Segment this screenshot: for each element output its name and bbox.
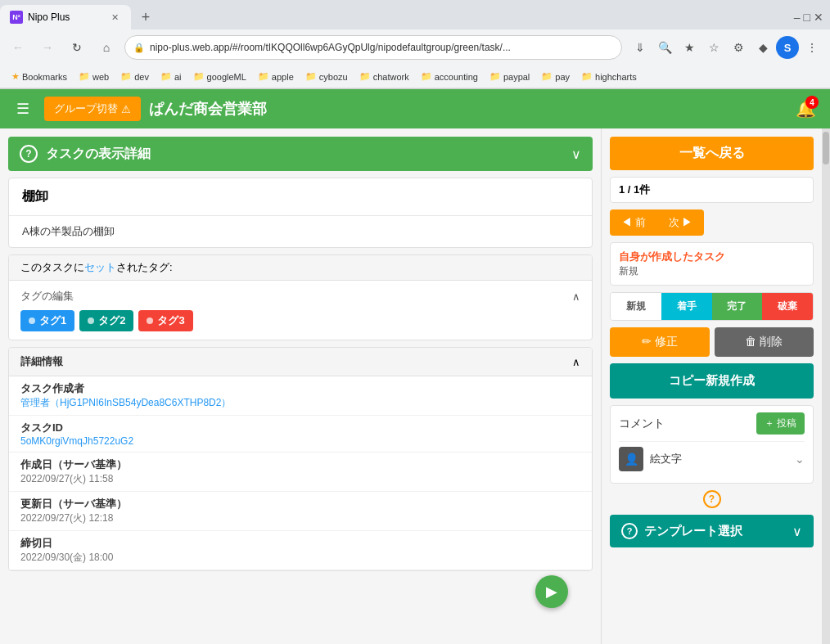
template-chevron-icon[interactable]: ∨ xyxy=(792,524,802,539)
active-tab[interactable]: N² Nipo Plus ✕ xyxy=(0,5,131,29)
address-bar-row: ← → ↻ ⌂ 🔒 nipo-plus.web.app/#/room/tIKQQ… xyxy=(0,29,830,65)
bookmark-googleml[interactable]: 📁 googleML xyxy=(188,70,251,83)
toolbar-icons: ⇓ 🔍 ★ ☆ ⚙ ◆ S ⋮ xyxy=(629,36,823,59)
download-icon[interactable]: ⇓ xyxy=(629,36,652,59)
bookmark-highcharts[interactable]: 📁 highcharts xyxy=(576,70,642,83)
new-tab-button[interactable]: + xyxy=(134,6,157,29)
details-section: 詳細情報 ∧ タスク作成者 管理者（HjG1PNI6InSB54yDea8C6X… xyxy=(8,347,593,571)
zoom-icon[interactable]: 🔍 xyxy=(653,36,676,59)
bookmark-dev[interactable]: 📁 dev xyxy=(115,70,154,83)
group-switch-button[interactable]: グループ切替 ⚠ xyxy=(44,97,141,121)
tag-item-1[interactable]: タグ1 xyxy=(20,310,74,331)
bookmark-apple[interactable]: 📁 apple xyxy=(253,70,299,83)
bookmark-add-icon[interactable]: ★ xyxy=(678,36,701,59)
bookmark-label: apple xyxy=(272,72,294,82)
folder-icon: 📁 xyxy=(193,71,205,82)
star-icon[interactable]: ☆ xyxy=(702,36,725,59)
reload-button[interactable]: ↻ xyxy=(65,36,88,59)
tags-header-suffix: されたタグ: xyxy=(116,261,173,273)
detail-creator-label: タスク作成者 xyxy=(20,381,580,396)
settings-icon[interactable]: ⚙ xyxy=(727,36,750,59)
bookmark-star-icon: ★ xyxy=(11,71,20,82)
status-rejected-button[interactable]: 破棄 xyxy=(762,293,813,320)
bookmark-label: ai xyxy=(174,72,182,82)
bookmark-label: dev xyxy=(134,72,149,82)
extensions-icon[interactable]: ◆ xyxy=(751,36,774,59)
forward-nav-button[interactable]: → xyxy=(36,36,59,59)
arrow-nav-container: ◀ 前 次 ▶ xyxy=(610,209,814,236)
tag-item-3[interactable]: タグ3 xyxy=(138,310,192,331)
tags-section: このタスクにセットされたタグ: タグの編集 ∧ タグ1 xyxy=(8,254,593,340)
bookmark-web[interactable]: 📁 web xyxy=(74,70,114,83)
right-panel: 一覧へ戻る 1 / 1件 ◀ 前 次 ▶ 自身が作成したタスク 新規 新規 着手… xyxy=(601,128,822,644)
minimize-icon[interactable]: – xyxy=(794,11,801,24)
prev-task-button[interactable]: ◀ 前 xyxy=(610,209,657,236)
address-bar[interactable]: 🔒 nipo-plus.web.app/#/room/tIKQQOll6wp6A… xyxy=(124,35,622,60)
tags-collapse-icon[interactable]: ∧ xyxy=(572,290,580,303)
status-done-button[interactable]: 完了 xyxy=(712,293,763,320)
bookmark-paypal[interactable]: 📁 paypal xyxy=(485,70,535,83)
app-topnav: ☰ グループ切替 ⚠ ぱんだ商会営業部 🔔 4 xyxy=(0,89,830,128)
comment-label: コメント xyxy=(619,417,665,431)
task-help-icon[interactable]: ? xyxy=(20,145,38,163)
scrollbar-thumb[interactable] xyxy=(823,132,829,164)
more-options-icon[interactable]: ⋮ xyxy=(801,36,823,59)
main-content: ? タスクの表示詳細 ∨ 棚卸 A棟の半製品の棚卸 このタスクにセットされたタグ… xyxy=(0,128,830,644)
bookmark-label: googleML xyxy=(207,72,246,82)
tab-close-button[interactable]: ✕ xyxy=(108,11,121,24)
status-in-progress-button[interactable]: 着手 xyxy=(661,293,712,320)
template-section: ? テンプレート選択 ∨ xyxy=(610,515,814,547)
tag-item-2[interactable]: タグ2 xyxy=(79,310,133,331)
back-nav-button[interactable]: ← xyxy=(7,36,29,59)
hamburger-menu-button[interactable]: ☰ xyxy=(10,96,36,122)
details-header: 詳細情報 ∧ xyxy=(9,348,592,376)
notification-bell-button[interactable]: 🔔 4 xyxy=(791,94,820,124)
app-container: ☰ グループ切替 ⚠ ぱんだ商会営業部 🔔 4 ? タスクの表示詳細 ∨ 棚卸 xyxy=(0,89,830,644)
bookmark-chatwork[interactable]: 📁 chatwork xyxy=(354,70,414,83)
bookmark-label: pay xyxy=(555,72,570,82)
detail-updated-value: 2022/09/27(火) 12:18 xyxy=(20,511,580,525)
post-comment-button[interactable]: ＋ 投稿 xyxy=(756,412,805,435)
browser-chrome: N² Nipo Plus ✕ + – □ ✕ ← → ↻ ⌂ 🔒 nipo-pl… xyxy=(0,0,830,89)
restore-icon[interactable]: □ xyxy=(804,11,810,24)
detail-row-deadline: 締切日 2022/09/30(金) 18:00 xyxy=(9,531,592,570)
bookmark-bookmarks[interactable]: ★ Bookmarks xyxy=(7,70,72,83)
bottom-spacer xyxy=(8,578,593,594)
tag-label: タグ1 xyxy=(39,313,66,328)
bookmark-label: accounting xyxy=(435,72,478,82)
fab-button[interactable]: ▶ xyxy=(535,575,568,608)
status-buttons: 新規 着手 完了 破棄 xyxy=(610,292,814,321)
details-collapse-icon[interactable]: ∧ xyxy=(572,356,580,368)
pagination-text: 1 / 1件 xyxy=(619,182,650,197)
bookmark-accounting[interactable]: 📁 accounting xyxy=(416,70,483,83)
emoji-chevron-icon[interactable]: ⌄ xyxy=(795,453,805,466)
bookmark-pay[interactable]: 📁 pay xyxy=(536,70,575,83)
detail-id-value[interactable]: 5oMK0rgiVmqJh5722uG2 xyxy=(20,435,580,447)
detail-created-label: 作成日（サーバ基準） xyxy=(20,457,580,472)
template-help-icon[interactable]: ? xyxy=(621,523,638,539)
detail-creator-value[interactable]: 管理者（HjG1PNI6InSB54yDea8C6XTHP8D2） xyxy=(20,396,580,410)
bookmark-label: Bookmarks xyxy=(22,72,67,82)
task-header-card: ? タスクの表示詳細 ∨ xyxy=(8,137,593,171)
copy-create-button[interactable]: コピー新規作成 xyxy=(610,363,814,399)
delete-button[interactable]: 🗑 削除 xyxy=(715,327,814,357)
next-task-button[interactable]: 次 ▶ xyxy=(657,209,705,236)
profile-avatar[interactable]: S xyxy=(776,36,799,59)
lock-icon: 🔒 xyxy=(133,43,145,53)
bookmark-ai[interactable]: 📁 ai xyxy=(156,70,187,83)
home-button[interactable]: ⌂ xyxy=(95,36,118,59)
close-window-icon[interactable]: ✕ xyxy=(814,11,823,24)
comment-header: コメント ＋ 投稿 xyxy=(619,412,805,435)
emoji-box-icon: 👤 xyxy=(619,447,643,471)
folder-icon: 📁 xyxy=(305,71,317,82)
back-to-list-button[interactable]: 一覧へ戻る xyxy=(610,137,814,170)
bookmark-cybozu[interactable]: 📁 cybozu xyxy=(300,70,353,83)
task-header-title: タスクの表示詳細 xyxy=(46,146,151,163)
tags-set-link[interactable]: セット xyxy=(84,261,116,273)
tags-header-text: このタスクにセットされたタグ: xyxy=(20,260,173,275)
tag-label: タグ2 xyxy=(98,313,125,328)
status-new-button[interactable]: 新規 xyxy=(611,293,661,320)
task-header-chevron-icon[interactable]: ∨ xyxy=(571,146,581,162)
edit-button[interactable]: ✏ 修正 xyxy=(610,327,710,357)
help-orange-icon[interactable]: ? xyxy=(703,490,721,508)
